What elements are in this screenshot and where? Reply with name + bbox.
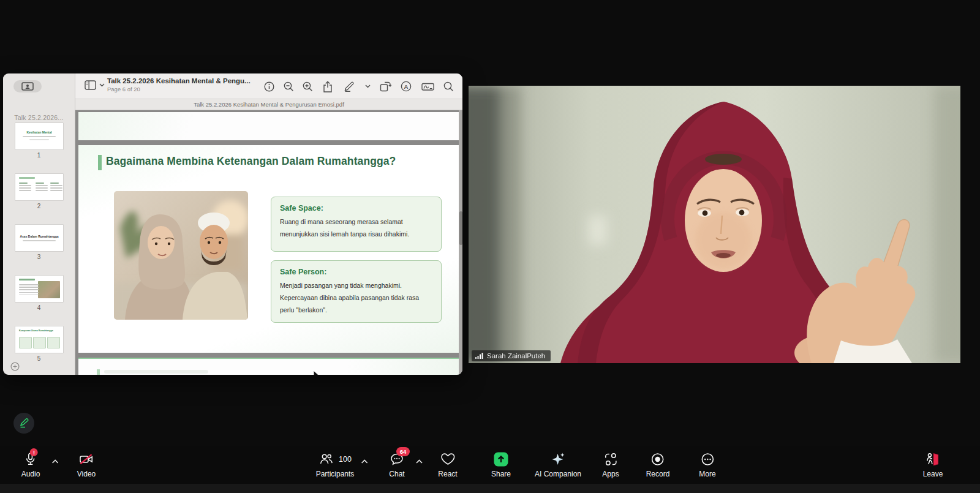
- share-button[interactable]: Share: [491, 451, 511, 478]
- apps-label: Apps: [602, 470, 619, 478]
- more-button[interactable]: More: [699, 451, 715, 478]
- zoom-in-icon: [303, 81, 313, 92]
- preview-toolbar: Talk 25.2.2026 Kesihatan Mental & Pengu.…: [75, 73, 462, 99]
- speaker-video-frame: [469, 86, 960, 363]
- participants-count: 100: [339, 455, 352, 464]
- thumbnail-page-number: 2: [3, 203, 75, 209]
- highlight-button[interactable]: A: [396, 81, 416, 92]
- record-button[interactable]: Record: [646, 451, 670, 478]
- annotate-button[interactable]: [13, 413, 34, 434]
- markup-pen-icon: [344, 81, 355, 92]
- participants-options-caret[interactable]: [361, 457, 369, 466]
- thumbnail-slot: 2: [3, 172, 75, 223]
- participants-icon: [318, 451, 334, 467]
- toolbar-icon-group: A: [258, 73, 458, 99]
- participant-name: Sarah ZainalPuteh: [487, 352, 545, 359]
- audio-options-caret[interactable]: [51, 457, 59, 466]
- chevron-up-icon: [361, 459, 369, 464]
- markup-options-button[interactable]: [360, 85, 375, 88]
- slide-title-accent-bar: [98, 155, 102, 170]
- zoom-out-icon: [284, 81, 294, 92]
- pdf-scrollbar-thumb[interactable]: [459, 211, 462, 245]
- thumbnail-page-number: 1: [3, 152, 75, 159]
- record-label: Record: [646, 470, 670, 478]
- callout-heading: Safe Space:: [280, 204, 432, 213]
- meeting-control-bar: ! Audio Video 100 Participants 64 Chat R…: [0, 446, 980, 484]
- audio-button[interactable]: ! Audio: [21, 451, 40, 478]
- apps-icon: [603, 451, 619, 467]
- react-label: React: [438, 470, 457, 478]
- ai-button[interactable]: AI Companion: [535, 451, 581, 478]
- thumbnail-slot: 4: [3, 274, 75, 325]
- page-thumbnail-3[interactable]: Asas Dalam Rumahtangga: [15, 224, 64, 252]
- screen-share-person-icon: [21, 82, 34, 91]
- chat-button[interactable]: 64 Chat: [389, 451, 405, 478]
- add-page-button[interactable]: [10, 362, 20, 372]
- markup-pen-button[interactable]: [337, 81, 360, 92]
- zoom-out-button[interactable]: [279, 81, 298, 92]
- form-fill-button[interactable]: [416, 82, 439, 91]
- slide-title: Bagaimana Membina Ketenangan Dalam Rumah…: [106, 155, 396, 168]
- leave-button[interactable]: Leave: [923, 451, 943, 478]
- audio-label: Audio: [21, 470, 40, 478]
- thumbnail-slot: Asas Dalam Rumahtangga3: [3, 223, 75, 274]
- shared-screen-pdf-window: Talk 25.2.2026... Kesihatan Mental12Asas…: [3, 73, 462, 375]
- more-label: More: [699, 470, 715, 478]
- participant-name-tag: Sarah ZainalPuteh: [472, 350, 551, 361]
- slide-callout-box: Safe Person:Menjadi pasangan yang tidak …: [271, 260, 442, 323]
- search-button[interactable]: [439, 81, 458, 92]
- zoom-in-button[interactable]: [298, 81, 317, 92]
- page-thumbnail-4[interactable]: [15, 275, 64, 303]
- chat-options-caret[interactable]: [415, 457, 423, 466]
- heart-icon: [440, 451, 456, 467]
- page-7-top-fragment: [78, 358, 461, 375]
- chat-notification-badge: 64: [396, 447, 410, 456]
- share-screen-icon: [493, 451, 509, 467]
- participants-label: Participants: [316, 470, 355, 478]
- thumbnail-page-number: 5: [3, 355, 75, 362]
- sidebar-toggle-button[interactable]: [85, 80, 105, 90]
- sidebar-toggle-icon: [85, 80, 96, 90]
- leave-door-icon: [925, 451, 941, 467]
- ai-label: AI Companion: [535, 470, 581, 478]
- info-icon: [264, 81, 274, 92]
- react-button[interactable]: React: [438, 451, 457, 478]
- rotate-button[interactable]: [375, 81, 396, 92]
- share-label: Share: [491, 470, 511, 478]
- chevron-down-icon: [99, 83, 105, 87]
- info-button[interactable]: [258, 81, 279, 92]
- export-share-icon: [323, 81, 333, 92]
- ai-sparkle-icon: [550, 451, 566, 467]
- thumbnail-page-number: 4: [3, 304, 75, 311]
- camera-off-icon: [78, 451, 94, 467]
- record-icon: [650, 451, 666, 467]
- leave-label: Leave: [923, 470, 943, 478]
- shared-screen-indicator-button[interactable]: [13, 80, 42, 92]
- filename-bar: Talk 25.2.2026 Kesihatan Mental & Pengur…: [75, 99, 462, 110]
- search-icon: [443, 81, 454, 92]
- pdf-content-area[interactable]: Bagaimana Membina Ketenangan Dalam Rumah…: [75, 110, 462, 375]
- document-label: Talk 25.2.2026...: [3, 114, 75, 121]
- page-thumbnail-2[interactable]: [15, 173, 64, 201]
- pdf-scrollbar[interactable]: [459, 110, 462, 375]
- couple-photo: [114, 191, 248, 320]
- callout-body: Ruang di mana seseorang merasa selamat m…: [280, 216, 434, 240]
- next-slide-accent-bar: [97, 369, 100, 375]
- window-title-block: Talk 25.2.2026 Kesihatan Mental & Pengu.…: [107, 77, 251, 92]
- page-thumbnail-5[interactable]: Komponen Utama Rumahtangga: [15, 326, 64, 353]
- video-button[interactable]: Video: [77, 451, 96, 478]
- page-6-slide: Bagaimana Membina Ketenangan Dalam Rumah…: [78, 145, 461, 353]
- export-share-button[interactable]: [317, 81, 337, 92]
- participants-button[interactable]: 100 Participants: [316, 451, 355, 478]
- next-slide-title-hint: [104, 370, 208, 374]
- highlight-a-icon: A: [401, 81, 412, 92]
- plus-circle-icon: [10, 362, 20, 371]
- chevron-up-icon: [415, 459, 423, 464]
- page-thumbnail-1[interactable]: Kesihatan Mental: [15, 122, 64, 150]
- thumbnail-list: Kesihatan Mental12Asas Dalam Rumahtangga…: [3, 121, 75, 375]
- page-indicator: Page 6 of 20: [107, 86, 251, 92]
- thumbnail-page-number: 3: [3, 254, 75, 260]
- speaker-video-tile[interactable]: Sarah ZainalPuteh: [469, 86, 960, 363]
- apps-button[interactable]: Apps: [602, 451, 619, 478]
- chevron-down-icon: [365, 85, 371, 88]
